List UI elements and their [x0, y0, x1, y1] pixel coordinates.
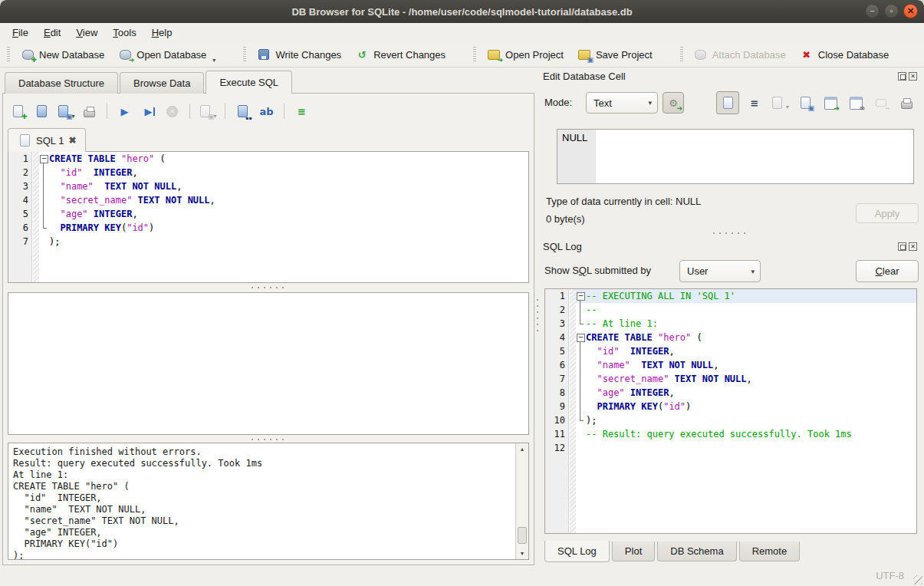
main-vertical-splitter[interactable]	[535, 67, 540, 565]
fold-marker-icon[interactable]	[575, 289, 586, 303]
sql-log-view[interactable]: 1-- EXECUTING ALL IN 'SQL 1'2--3-- At li…	[544, 288, 917, 534]
text-mode-button[interactable]	[716, 91, 739, 114]
execute-all-icon: ▶	[118, 105, 132, 118]
sql-file-icon	[18, 134, 31, 147]
window-title: DB Browser for SQLite - /home/user/code/…	[291, 6, 632, 18]
execute-line-button[interactable]: ▶	[138, 101, 159, 122]
word-wrap-button[interactable]: ≡	[745, 93, 765, 113]
results-pane[interactable]	[8, 292, 529, 435]
fold-marker-icon[interactable]	[575, 303, 586, 317]
fold-marker-icon[interactable]	[575, 331, 586, 344]
toolbar-button-revert-changes[interactable]: ↺Revert Changes	[348, 44, 452, 66]
line-number: 6	[8, 221, 32, 235]
toolbar-handle[interactable]	[7, 47, 10, 62]
open-database-icon: ➜	[118, 48, 132, 61]
toolbar-button-close-database[interactable]: ✖Close Database	[793, 44, 896, 66]
cell-value-editor[interactable]: NULL	[557, 129, 914, 184]
auto-apply-button[interactable]: ⚙➜	[663, 92, 684, 114]
float-panel-icon[interactable]	[898, 72, 906, 81]
scroll-up-icon[interactable]: ▲	[516, 443, 528, 455]
tab-execute-sql[interactable]: Execute SQL	[206, 71, 292, 94]
fold-marker-icon[interactable]	[575, 358, 586, 372]
toolbar-handle[interactable]	[680, 47, 683, 62]
print-cell-button[interactable]	[896, 93, 916, 113]
new-database-icon: ✚	[21, 48, 35, 61]
code-text: );	[49, 235, 60, 249]
save-sql-file-button[interactable]: ▣▾	[55, 101, 76, 122]
close-icon[interactable]: ✖	[68, 135, 76, 146]
cell-log-splitter[interactable]	[541, 230, 919, 236]
copy-link-button[interactable]: ∞	[846, 93, 866, 113]
open-sql-file-button[interactable]	[31, 101, 52, 122]
menu-file[interactable]: File	[5, 23, 36, 42]
encoding-indicator[interactable]: UTF-8	[876, 570, 904, 581]
fold-marker-icon[interactable]	[575, 413, 586, 427]
fold-marker-icon[interactable]	[575, 344, 586, 358]
sql-document-tab[interactable]: SQL 1 ✖	[8, 128, 86, 152]
maximize-button[interactable]: ▫	[884, 4, 899, 18]
print-button[interactable]	[79, 101, 100, 122]
sql-editor[interactable]: 1CREATE TABLE "hero" (2 "id" INTEGER,3 "…	[8, 151, 529, 283]
toolbar-button-open-database[interactable]: ➜Open Database▾	[111, 44, 222, 66]
fold-marker-icon[interactable]	[38, 207, 49, 221]
menu-help[interactable]: Help	[144, 23, 180, 42]
fold-marker-icon[interactable]	[575, 372, 586, 386]
find-button[interactable]: ▪▪	[232, 101, 253, 122]
line-number: 6	[545, 358, 569, 372]
fold-marker-icon[interactable]	[575, 317, 586, 331]
menu-edit[interactable]: Edit	[36, 23, 68, 42]
fold-marker-icon[interactable]	[38, 152, 49, 166]
scrollbar-thumb[interactable]	[518, 527, 527, 544]
fold-marker-icon[interactable]	[38, 166, 49, 179]
clear-log-button[interactable]: Clear	[856, 260, 919, 282]
new-tab-button[interactable]: ✚	[8, 101, 28, 122]
float-panel-icon[interactable]	[898, 242, 906, 251]
mode-dropdown[interactable]: Text	[586, 92, 658, 114]
export-button[interactable]: ▣	[795, 93, 815, 113]
execution-log-scrollbar[interactable]: ▲ ▼	[515, 443, 528, 559]
print-icon	[83, 105, 97, 118]
tab-database-structure[interactable]: Database Structure	[5, 72, 118, 94]
open-external-button[interactable]: ➜	[820, 93, 840, 113]
fold-marker-icon[interactable]	[38, 179, 49, 193]
menu-view[interactable]: View	[68, 23, 105, 42]
toolbar-button-write-changes[interactable]: Write Changes	[250, 44, 348, 66]
dropdown-caret-icon[interactable]: ▾	[786, 104, 789, 113]
execution-log[interactable]: Execution finished without errors.Result…	[8, 443, 529, 560]
close-button[interactable]: ✕	[903, 4, 918, 18]
bottom-tab-remote[interactable]: Remote	[739, 542, 801, 561]
bottom-tab-plot[interactable]: Plot	[612, 542, 655, 561]
bottom-tab-sql-log[interactable]: SQL Log	[544, 541, 610, 562]
menu-tools[interactable]: Tools	[105, 23, 143, 42]
dropdown-caret-icon[interactable]: ▾	[212, 57, 215, 66]
apply-button[interactable]: Apply	[856, 203, 919, 223]
toolbar-separator	[284, 104, 284, 119]
toolbar-separator	[189, 104, 190, 119]
scroll-down-icon[interactable]: ▼	[516, 548, 528, 559]
code-text: "id" INTEGER,	[586, 344, 675, 358]
tab-browse-data[interactable]: Browse Data	[120, 72, 204, 94]
toolbar-handle[interactable]	[473, 47, 476, 62]
execution-log-line: "secret_name" TEXT NOT NULL,	[13, 515, 515, 527]
bottom-tab-db-schema[interactable]: DB Schema	[657, 542, 736, 561]
close-panel-icon[interactable]	[909, 242, 917, 251]
format-sql-button[interactable]: ≡	[291, 101, 312, 122]
editor-results-splitter[interactable]	[8, 285, 529, 291]
execute-all-button[interactable]: ▶	[114, 101, 135, 122]
toolbar-button-new-database[interactable]: ✚New Database	[14, 44, 111, 66]
toolbar-button-save-project[interactable]: ▣Save Project	[571, 44, 659, 66]
results-log-splitter[interactable]	[8, 436, 529, 442]
toolbar-handle[interactable]	[243, 47, 246, 62]
resize-grip[interactable]	[913, 575, 922, 584]
sql-log-filter-dropdown[interactable]: User	[679, 260, 761, 282]
minimize-button[interactable]: −	[865, 4, 880, 18]
close-panel-icon[interactable]	[909, 72, 917, 81]
line-number: 7	[8, 235, 32, 249]
open-project-icon: ➜	[487, 48, 501, 61]
fold-marker-icon[interactable]	[38, 221, 49, 235]
fold-marker-icon[interactable]	[38, 193, 49, 207]
fold-marker-icon[interactable]	[575, 386, 586, 400]
fold-marker-icon[interactable]	[575, 400, 586, 413]
find-replace-button[interactable]: ab	[256, 101, 277, 122]
toolbar-button-open-project[interactable]: ➜Open Project	[480, 44, 571, 66]
